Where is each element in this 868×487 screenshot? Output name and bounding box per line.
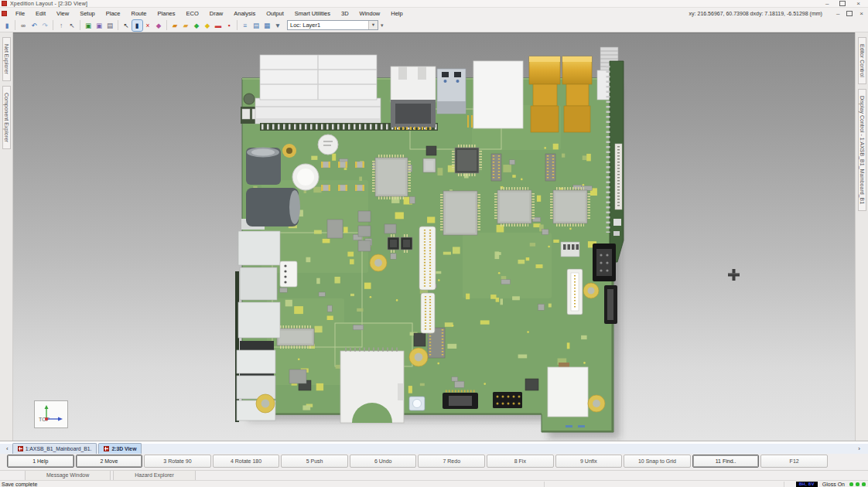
redo-icon[interactable]: ↷ bbox=[40, 20, 50, 31]
editor-control-icon[interactable]: ▣ bbox=[94, 20, 104, 31]
menu-3d[interactable]: 3D bbox=[336, 10, 354, 17]
menu-analysis[interactable]: Analysis bbox=[228, 10, 261, 17]
menu-planes[interactable]: Planes bbox=[152, 10, 181, 17]
select-mode-icon[interactable]: ↖ bbox=[121, 20, 132, 31]
ic-chip bbox=[552, 189, 589, 225]
toolbar-overflow-icon[interactable]: ▾ bbox=[381, 22, 384, 29]
menu-window[interactable]: Window bbox=[354, 10, 386, 17]
fkey-f12[interactable]: F12 bbox=[760, 455, 828, 468]
view-tab-2-3d-view[interactable]: 2:3D View bbox=[98, 443, 142, 454]
place-parts-icon[interactable]: ↑ bbox=[56, 20, 67, 31]
menu-output[interactable]: Output bbox=[261, 10, 289, 17]
edit-library-icon[interactable]: ▰ bbox=[181, 20, 191, 31]
chevron-down-icon[interactable]: ▼ bbox=[368, 21, 378, 29]
redraw-icon[interactable]: ◆ bbox=[154, 20, 164, 31]
measure-icon[interactable]: ≡ bbox=[241, 20, 251, 31]
menu-place[interactable]: Place bbox=[101, 10, 126, 17]
title-bar: Xpedition Layout - [2:3D View] – × bbox=[0, 0, 868, 8]
heatsink bbox=[255, 55, 381, 124]
tab-scroll-right-icon[interactable]: › bbox=[852, 445, 868, 454]
fkey-4-rotate-180[interactable]: 4 Rotate 180 bbox=[213, 455, 280, 468]
status-message: Save complete bbox=[2, 482, 37, 487]
properties-icon[interactable]: ▤ bbox=[251, 20, 261, 31]
left-terminal-blocks bbox=[235, 219, 280, 422]
origin-dot-icon bbox=[45, 417, 48, 421]
fkey-2-move[interactable]: 2 Move bbox=[76, 455, 143, 468]
child-window-controls: – × bbox=[822, 10, 868, 17]
view-tabs: 1:AXSB_B1_Mainboard_B1.2:3D View bbox=[12, 443, 144, 454]
panel-tab-display-control-1-axsb-b1-mainboard-b1[interactable]: Display Control - 1:AXSB_B1_Mainboard_B1 bbox=[858, 89, 866, 211]
menu-draw[interactable]: Draw bbox=[204, 10, 229, 17]
library-icon[interactable]: ▰ bbox=[170, 20, 180, 31]
child-restore-icon[interactable] bbox=[846, 11, 853, 16]
save-icon[interactable]: ▮ bbox=[2, 20, 12, 31]
panel-tab-net-explorer[interactable]: Net Explorer bbox=[2, 37, 11, 81]
fkey-10-snap-to-grid[interactable]: 10 Snap to Grid bbox=[624, 455, 691, 468]
menu-eco[interactable]: ECO bbox=[180, 10, 203, 17]
fkey-9-unfix[interactable]: 9 Unfix bbox=[555, 455, 623, 468]
hazard-marker-icon[interactable]: ▪ bbox=[224, 20, 234, 31]
maximize-icon[interactable] bbox=[839, 1, 846, 6]
view-tab-label: 2:3D View bbox=[111, 446, 136, 451]
menu-smart-utilities[interactable]: Smart Utilities bbox=[289, 10, 336, 17]
fkey-8-fix[interactable]: 8 Fix bbox=[487, 455, 554, 468]
toolbar-separator bbox=[237, 20, 238, 30]
fkey-3-rotate-90[interactable]: 3 Rotate 90 bbox=[144, 455, 211, 468]
pcb-3d-model bbox=[12, 33, 856, 441]
display-control-icon[interactable]: ▣ bbox=[84, 20, 94, 31]
fkey-5-push[interactable]: 5 Push bbox=[281, 455, 348, 468]
menu-route[interactable]: Route bbox=[126, 10, 152, 17]
menu-edit[interactable]: Edit bbox=[30, 10, 51, 17]
child-close-icon[interactable]: × bbox=[859, 10, 863, 17]
online-drc-icon[interactable]: ◆ bbox=[192, 20, 202, 31]
window-controls: – × bbox=[825, 0, 868, 7]
menu-help[interactable]: Help bbox=[385, 10, 408, 17]
drc-window-icon[interactable]: ▬ bbox=[214, 20, 224, 31]
selection-filter-icon[interactable]: ▼ bbox=[273, 20, 283, 31]
status-led bbox=[856, 482, 859, 486]
board-file-icon bbox=[104, 446, 109, 451]
status-divider bbox=[784, 482, 784, 487]
panel-tab-component-explorer[interactable]: Component Explorer bbox=[2, 86, 11, 149]
menu-view[interactable]: View bbox=[51, 10, 74, 17]
draw-mode-icon[interactable]: ▮ bbox=[132, 20, 142, 31]
ic-chip bbox=[442, 191, 479, 235]
status-divider bbox=[544, 482, 545, 487]
toolbar-separator bbox=[53, 20, 53, 30]
ic-chip bbox=[423, 158, 436, 172]
fkey-11-find[interactable]: 11 Find.. bbox=[692, 455, 760, 468]
undo-icon[interactable]: ↶ bbox=[29, 20, 39, 31]
white-header-4pin bbox=[280, 261, 297, 287]
fkey-7-redo[interactable]: 7 Redo bbox=[418, 455, 485, 468]
review-hazards-icon[interactable]: ◆ bbox=[203, 20, 213, 31]
close-icon[interactable]: × bbox=[856, 0, 860, 7]
main-toolbar: ▮∞↶↷↑↖▣▣▤↖▮×◆▰▰◆◆▬▪≡▤▦▼ Loc: Layer1 ▼ ▾ bbox=[0, 19, 868, 32]
status-right-cluster: 8H, 8V Gloss On bbox=[796, 482, 868, 487]
design-canvas[interactable]: TOP bbox=[12, 32, 856, 441]
find-icon[interactable]: ∞ bbox=[19, 20, 29, 31]
active-layer-combo[interactable]: Loc: Layer1 ▼ bbox=[287, 20, 378, 30]
menu-setup[interactable]: Setup bbox=[74, 10, 101, 17]
menu-bar: FileEditViewSetupPlaceRoutePlanesECODraw… bbox=[0, 8, 868, 19]
child-minimize-icon[interactable]: – bbox=[836, 10, 839, 17]
minimize-icon[interactable]: – bbox=[825, 0, 829, 7]
function-key-bar: 1 Help2 Move3 Rotate 904 Rotate 1805 Pus… bbox=[0, 454, 868, 470]
panel-tab-editor-control[interactable]: Editor Control bbox=[858, 37, 866, 84]
swap-mode-icon[interactable]: ↖ bbox=[67, 20, 77, 31]
view-tab-bar: ‹ 1:AXSB_B1_Mainboard_B1.2:3D View › bbox=[0, 441, 868, 454]
fkey-1-help[interactable]: 1 Help bbox=[7, 455, 74, 468]
status-bar: Save complete 8H, 8V Gloss On bbox=[0, 480, 868, 487]
status-led bbox=[862, 482, 866, 486]
output-tab-bar: Message WindowHazard Explorer bbox=[0, 470, 868, 480]
menu-file[interactable]: File bbox=[10, 10, 30, 17]
gloss-indicator[interactable]: Gloss On bbox=[822, 482, 845, 487]
project-window-icon[interactable]: ▤ bbox=[105, 20, 115, 31]
grid-settings-icon[interactable]: ▦ bbox=[262, 20, 272, 31]
toolbar-icons: ▮∞↶↷↑↖▣▣▤↖▮×◆▰▰◆◆▬▪≡▤▦▼ bbox=[2, 20, 283, 31]
fkey-6-undo[interactable]: 6 Undo bbox=[350, 455, 417, 468]
module-shield bbox=[473, 61, 523, 128]
unroute-icon[interactable]: × bbox=[143, 20, 153, 31]
tab-scroll-left-icon[interactable]: ‹ bbox=[0, 445, 12, 454]
right-panel-strip: Editor ControlDisplay Control - 1:AXSB_B… bbox=[855, 32, 868, 441]
view-tab-1-axsb-b1-mainboard-b1[interactable]: 1:AXSB_B1_Mainboard_B1. bbox=[12, 443, 97, 454]
